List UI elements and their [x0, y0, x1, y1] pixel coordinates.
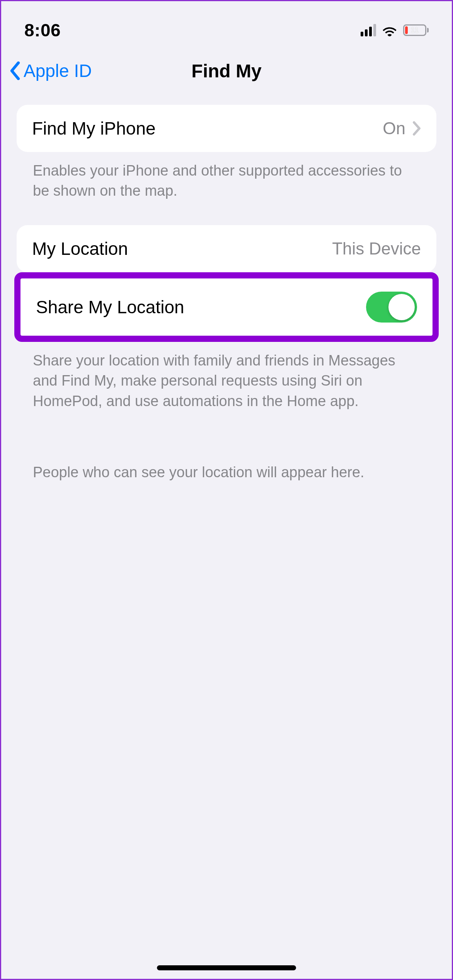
chevron-left-icon	[9, 61, 21, 80]
status-time: 8:06	[24, 20, 61, 41]
find-my-iphone-group: Find My iPhone On	[17, 105, 436, 152]
wifi-icon	[381, 24, 398, 36]
people-footer: People who can see your location will ap…	[17, 454, 436, 482]
find-my-iphone-row[interactable]: Find My iPhone On	[17, 105, 436, 152]
row-value: On	[383, 119, 405, 138]
status-bar: 8:06 11	[1, 1, 452, 48]
battery-percent: 11	[411, 26, 419, 34]
location-group: My Location This Device	[17, 225, 436, 272]
share-my-location-footer: Share your location with family and frie…	[17, 342, 436, 411]
page-title: Find My	[191, 60, 261, 82]
share-my-location-row[interactable]: Share My Location	[20, 278, 433, 336]
cellular-icon	[361, 24, 376, 36]
find-my-iphone-footer: Enables your iPhone and other supported …	[17, 152, 436, 201]
row-label: Share My Location	[36, 297, 184, 318]
row-label: My Location	[32, 238, 128, 259]
my-location-row[interactable]: My Location This Device	[17, 225, 436, 272]
battery-icon: 11	[403, 24, 429, 36]
status-indicators: 11	[361, 24, 429, 36]
back-button[interactable]: Apple ID	[9, 60, 92, 81]
share-my-location-toggle[interactable]	[366, 292, 417, 323]
back-label: Apple ID	[24, 60, 92, 81]
share-my-location-highlight: Share My Location	[14, 272, 439, 342]
home-indicator[interactable]	[157, 965, 296, 970]
nav-bar: Apple ID Find My	[1, 48, 452, 94]
row-label: Find My iPhone	[32, 118, 156, 139]
row-value: This Device	[332, 239, 421, 258]
chevron-right-icon	[412, 121, 421, 136]
